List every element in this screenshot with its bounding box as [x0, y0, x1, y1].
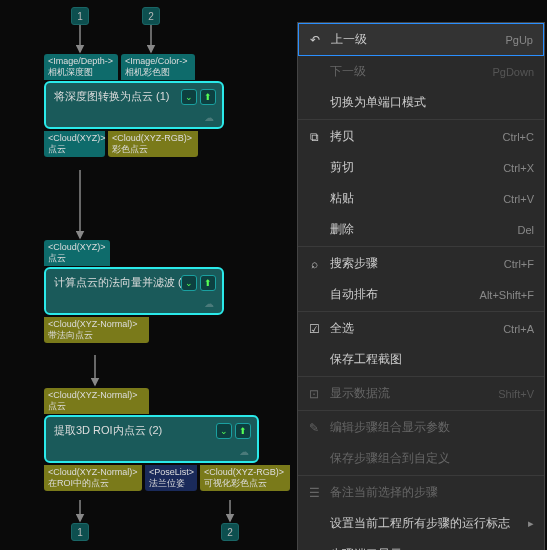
menu-item[interactable]: 自动排布Alt+Shift+F: [298, 279, 544, 310]
port-cloud-xyzrgb-2[interactable]: <Cloud(XYZ-RGB)>可视化彩色点云: [200, 465, 290, 491]
output-port-2[interactable]: 2: [221, 523, 239, 541]
menu-icon: ☑: [306, 322, 322, 336]
menu-label: 搜索步骤: [330, 255, 496, 272]
menu-label: 粘贴: [330, 190, 495, 207]
input-port-2[interactable]: 2: [142, 7, 160, 25]
menu-icon: ⊡: [306, 387, 322, 401]
menu-label: 全选: [330, 320, 495, 337]
menu-shortcut: Ctrl+C: [503, 131, 534, 143]
menu-separator: [298, 376, 544, 377]
port-cloud-normal[interactable]: <Cloud(XYZ-Normal)>带法向点云: [44, 317, 149, 343]
menu-label: 备注当前选择的步骤: [330, 484, 526, 501]
menu-shortcut: Del: [517, 224, 534, 236]
menu-label: 保存工程截图: [330, 351, 526, 368]
menu-label: 设置当前工程所有步骤的运行标志: [330, 515, 520, 532]
menu-item[interactable]: ⌕搜索步骤Ctrl+F: [298, 248, 544, 279]
menu-separator: [298, 246, 544, 247]
menu-item[interactable]: 剪切Ctrl+X: [298, 152, 544, 183]
step-compute-normals[interactable]: 计算点云的法向量并滤波 (1) ⌄⬆ ☁: [44, 267, 224, 315]
menu-item[interactable]: 保存工程截图: [298, 344, 544, 375]
menu-item: ⊡显示数据流Shift+V: [298, 378, 544, 409]
port-cloud-xyzrgb[interactable]: <Cloud(XYZ-RGB)>彩色点云: [108, 131, 198, 157]
menu-item[interactable]: 粘贴Ctrl+V: [298, 183, 544, 214]
menu-icon: ✎: [306, 421, 322, 435]
menu-separator: [298, 410, 544, 411]
expand-icon[interactable]: ⌄: [181, 275, 197, 291]
play-icon[interactable]: ⬆: [235, 423, 251, 439]
menu-label: 编辑步骤组合显示参数: [330, 419, 526, 436]
port-cloud-normal-2[interactable]: <Cloud(XYZ-Normal)>点云: [44, 388, 149, 414]
menu-label: 步骤端口显示: [330, 546, 520, 550]
port-cloud-xyz-2[interactable]: <Cloud(XYZ)>点云: [44, 240, 110, 266]
step-title: 计算点云的法向量并滤波 (1): [54, 276, 192, 288]
menu-separator: [298, 475, 544, 476]
expand-icon[interactable]: ⌄: [216, 423, 232, 439]
step-title: 将深度图转换为点云 (1): [54, 90, 170, 102]
submenu-arrow-icon: ▸: [528, 517, 534, 530]
play-icon[interactable]: ⬆: [200, 89, 216, 105]
menu-label: 保存步骤组合到自定义: [330, 450, 526, 467]
menu-shortcut: Ctrl+F: [504, 258, 534, 270]
menu-icon: ↶: [307, 33, 323, 47]
label: 1: [77, 527, 83, 538]
graph-canvas[interactable]: 1 2 <Image/Depth->相机深度图 <Image/Color->相机…: [0, 0, 300, 550]
port-cloud-xyz[interactable]: <Cloud(XYZ)>点云: [44, 131, 105, 157]
menu-separator: [298, 311, 544, 312]
menu-shortcut: Ctrl+A: [503, 323, 534, 335]
port-image-depth[interactable]: <Image/Depth->相机深度图: [44, 54, 118, 80]
input-port-1[interactable]: 1: [71, 7, 89, 25]
menu-item[interactable]: 设置当前工程所有步骤的运行标志▸: [298, 508, 544, 539]
play-icon[interactable]: ⬆: [200, 275, 216, 291]
menu-item[interactable]: 步骤端口显示▸: [298, 539, 544, 550]
menu-label: 拷贝: [330, 128, 495, 145]
menu-icon: ⧉: [306, 130, 322, 144]
menu-shortcut: PgUp: [505, 34, 533, 46]
port-cloud-normal-roi[interactable]: <Cloud(XYZ-Normal)>在ROI中的点云: [44, 465, 142, 491]
step-title: 提取3D ROI内点云 (2): [54, 424, 162, 436]
menu-shortcut: PgDown: [492, 66, 534, 78]
menu-label: 下一级: [330, 63, 484, 80]
port-poselist[interactable]: <PoseList>法兰位姿: [145, 465, 197, 491]
step-depth-to-cloud[interactable]: 将深度图转换为点云 (1) ⌄⬆ ☁: [44, 81, 224, 129]
menu-label: 显示数据流: [330, 385, 490, 402]
menu-label: 上一级: [331, 31, 497, 48]
label: 1: [77, 11, 83, 22]
cloud-icon: ☁: [204, 112, 214, 123]
menu-label: 切换为单端口模式: [330, 94, 526, 111]
menu-label: 剪切: [330, 159, 495, 176]
menu-shortcut: Shift+V: [498, 388, 534, 400]
menu-icon: ⌕: [306, 257, 322, 271]
menu-shortcut: Ctrl+V: [503, 193, 534, 205]
menu-label: 删除: [330, 221, 509, 238]
menu-item: ✎编辑步骤组合显示参数: [298, 412, 544, 443]
menu-item: ☰备注当前选择的步骤: [298, 477, 544, 508]
cloud-icon: ☁: [239, 446, 249, 457]
menu-icon: ☰: [306, 486, 322, 500]
label: 2: [148, 11, 154, 22]
menu-item[interactable]: ☑全选Ctrl+A: [298, 313, 544, 344]
step-extract-roi[interactable]: 提取3D ROI内点云 (2) ⌄⬆ ☁: [44, 415, 259, 463]
menu-shortcut: Ctrl+X: [503, 162, 534, 174]
menu-separator: [298, 119, 544, 120]
menu-item[interactable]: 删除Del: [298, 214, 544, 245]
menu-item[interactable]: ⧉拷贝Ctrl+C: [298, 121, 544, 152]
output-port-1[interactable]: 1: [71, 523, 89, 541]
menu-item[interactable]: ↶上一级PgUp: [298, 23, 544, 56]
cloud-icon: ☁: [204, 298, 214, 309]
menu-item: 下一级PgDown: [298, 56, 544, 87]
port-image-color[interactable]: <Image/Color->相机彩色图: [121, 54, 195, 80]
expand-icon[interactable]: ⌄: [181, 89, 197, 105]
menu-item[interactable]: 切换为单端口模式: [298, 87, 544, 118]
context-menu: ↶上一级PgUp下一级PgDown切换为单端口模式⧉拷贝Ctrl+C剪切Ctrl…: [297, 22, 545, 550]
menu-shortcut: Alt+Shift+F: [480, 289, 534, 301]
menu-item: 保存步骤组合到自定义: [298, 443, 544, 474]
label: 2: [227, 527, 233, 538]
menu-label: 自动排布: [330, 286, 472, 303]
